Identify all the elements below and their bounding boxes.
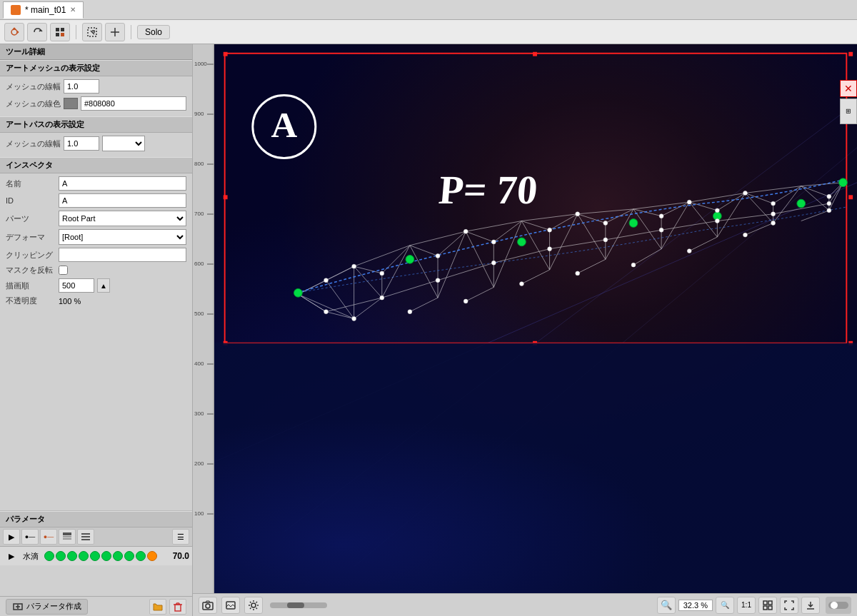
toggle-icon — [828, 600, 848, 610]
mesh-color-swatch[interactable] — [64, 98, 78, 109]
svg-rect-10 — [63, 538, 71, 540]
folder-icon — [152, 601, 164, 612]
param-name: 水滴 — [23, 551, 39, 562]
deformer-select[interactable]: [Root] — [59, 229, 186, 245]
svg-point-124 — [463, 229, 468, 233]
solo-button[interactable]: Solo — [137, 25, 170, 39]
svg-rect-168 — [768, 601, 772, 605]
export-btn[interactable] — [801, 597, 820, 614]
folder-btn[interactable] — [149, 599, 166, 615]
tab-icon — [11, 5, 21, 15]
svg-point-145 — [743, 233, 748, 237]
name-input[interactable] — [59, 176, 186, 191]
id-input[interactable] — [59, 193, 186, 208]
svg-rect-2 — [61, 28, 64, 31]
svg-point-123 — [352, 264, 356, 268]
param-play-btn[interactable]: ▶ — [3, 529, 20, 545]
canvas-bottom-toolbar: 🔍 32.3 % 🔍 1:1 — [193, 593, 857, 616]
zoom-in-btn[interactable]: 🔍 — [716, 597, 734, 614]
mesh-width-input[interactable] — [64, 79, 99, 94]
dot-1 — [44, 551, 54, 561]
svg-point-140 — [463, 299, 468, 303]
zoom-out-btn[interactable]: 🔍 — [657, 597, 676, 614]
art-path-width-input[interactable] — [64, 136, 99, 151]
inspector-section-title: インスペクタ — [0, 157, 192, 173]
zoom-ratio-btn[interactable]: 1:1 — [737, 597, 756, 614]
create-param-button[interactable]: パラメータ作成 — [6, 599, 88, 615]
close-overlay-btn[interactable]: ✕ — [840, 80, 857, 97]
canvas-camera-btn[interactable] — [199, 597, 217, 614]
dot-9 — [136, 551, 146, 561]
toggle-btn[interactable] — [826, 597, 851, 614]
export-icon — [806, 600, 816, 610]
svg-rect-3 — [56, 33, 59, 36]
dot-4 — [79, 551, 89, 561]
svg-point-129 — [380, 296, 384, 300]
canvas-photo-btn[interactable] — [221, 597, 240, 614]
svg-text:300: 300 — [194, 410, 204, 417]
svg-rect-50 — [533, 52, 537, 56]
svg-rect-1 — [56, 28, 59, 31]
art-path-width-label: メッシュの線幅 — [6, 138, 61, 149]
canvas-settings-btn[interactable] — [244, 597, 263, 614]
svg-rect-169 — [763, 606, 767, 610]
toolbar-btn-1[interactable] — [4, 23, 24, 41]
svg-point-146 — [771, 221, 776, 226]
draw-order-up-button[interactable]: ▲ — [97, 278, 110, 293]
svg-rect-4 — [61, 33, 64, 36]
dot-10 — [147, 551, 157, 561]
clipping-input[interactable] — [59, 248, 186, 262]
param-section: パラメータ ▶ ●— ●— — [0, 510, 192, 596]
mesh-color-label: メッシュの線色 — [6, 99, 61, 109]
param-menu-btn[interactable]: ☰ — [172, 529, 189, 545]
part-row: パーツ Root Part — [6, 211, 186, 226]
svg-rect-170 — [768, 606, 772, 610]
trash-btn[interactable] — [169, 599, 186, 615]
mesh-color-input[interactable] — [81, 96, 186, 111]
fullscreen-icon — [784, 600, 794, 610]
param-expand-btn[interactable]: ▶ — [3, 548, 20, 564]
side-panel-btn[interactable]: ⊞ — [840, 99, 857, 124]
svg-text:200: 200 — [194, 460, 204, 467]
tab-close-button[interactable]: ✕ — [70, 6, 76, 14]
toolbar-btn-4[interactable] — [82, 23, 102, 41]
mask-invert-label: マスクを反転 — [6, 265, 56, 276]
toolbar-btn-2[interactable] — [27, 23, 47, 41]
mask-invert-checkbox[interactable] — [59, 266, 68, 275]
fit-btn[interactable] — [758, 597, 777, 614]
param-btn-5[interactable] — [77, 529, 94, 545]
svg-point-135 — [715, 219, 719, 223]
camera-icon — [202, 600, 214, 611]
svg-point-148 — [324, 278, 329, 283]
param-btn-2[interactable]: ●— — [21, 529, 39, 545]
param-value: 70.0 — [173, 551, 189, 561]
svg-rect-9 — [63, 536, 71, 537]
part-select[interactable]: Root Part — [59, 211, 186, 226]
svg-text:900: 900 — [194, 111, 204, 117]
toolbar-btn-3[interactable] — [50, 23, 70, 41]
toolbar-btn-5[interactable] — [105, 23, 125, 41]
scroll-bar-h[interactable] — [270, 602, 327, 608]
left-scroll-panel[interactable]: アートメッシュの表示設定 メッシュの線幅 メッシュの線色 アートパスの表示設定 … — [0, 60, 192, 510]
move-icon — [9, 26, 20, 38]
svg-point-119 — [629, 219, 638, 228]
canvas-viewport[interactable]: A P= 70 ✕ ⊞ — [214, 44, 857, 593]
dot-2 — [56, 551, 66, 561]
main-tab[interactable]: * main_t01 ✕ — [3, 1, 84, 19]
bottom-bar: パラメータ作成 — [0, 596, 192, 616]
fullscreen-btn[interactable] — [780, 597, 798, 614]
left-panel: ツール詳細 アートメッシュの表示設定 メッシュの線幅 メッシュの線色 アートパス… — [0, 44, 193, 616]
param-btn-4[interactable] — [59, 529, 76, 545]
toolbar: Solo — [0, 20, 857, 44]
split-icon — [109, 26, 121, 38]
deformer-row: デフォーマ [Root] — [6, 229, 186, 245]
art-path-select[interactable] — [102, 136, 145, 151]
svg-text:600: 600 — [194, 261, 204, 267]
table-icon — [62, 532, 72, 542]
param-btn-3[interactable]: ●— — [40, 529, 57, 545]
zoom-ratio-label: 1:1 — [741, 601, 751, 609]
svg-point-144 — [687, 249, 691, 253]
param-row-1: ▶ 水滴 70.0 — [0, 547, 192, 565]
draw-order-input[interactable] — [59, 278, 94, 293]
scroll-thumb — [287, 602, 304, 608]
